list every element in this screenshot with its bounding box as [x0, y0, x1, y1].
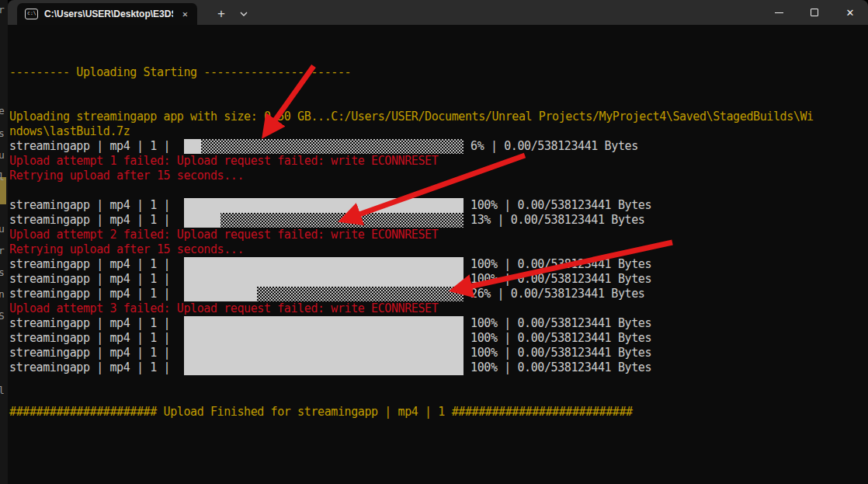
progress-stats: 13% | 0.00/538123441 Bytes — [470, 213, 644, 228]
progress-stats: 100% | 0.00/538123441 Bytes — [470, 257, 651, 272]
progress-label: streamingapp | mp4 | 1 | — [9, 346, 184, 360]
progress-label: streamingapp | mp4 | 1 | — [9, 287, 184, 301]
progress-row: streamingapp | mp4 | 1 | 6% | 0.00/53812… — [9, 139, 638, 154]
titlebar[interactable]: c:\ C:\Users\USER\Desktop\E3DS ✕ + ✕ — [8, 0, 868, 25]
log-line-header: --------- Uploading Starting -----------… — [9, 65, 351, 80]
maximize-icon — [811, 9, 818, 16]
progress-bar — [184, 257, 464, 272]
log-line-upload-info: Uploading streamingapp app with size: 0.… — [9, 110, 814, 124]
progress-bar — [184, 213, 464, 228]
progress-bar — [184, 331, 464, 346]
background-window-sliver: resulursnSl — [0, 0, 8, 484]
progress-row: streamingapp | mp4 | 1 | 100% | 0.00/538… — [9, 360, 651, 375]
background-text-fragment: r — [0, 5, 5, 15]
progress-bar — [184, 316, 464, 331]
log-line-fail-1: Upload attempt 1 failed: Upload request … — [9, 154, 438, 169]
progress-stats: 100% | 0.00/538123441 Bytes — [470, 272, 651, 287]
progress-stats: 26% | 0.00/538123441 Bytes — [470, 287, 644, 301]
background-text-fragment: u — [0, 224, 5, 234]
progress-row: streamingapp | mp4 | 1 | 100% | 0.00/538… — [9, 331, 651, 346]
background-text-fragment: S — [0, 311, 5, 321]
log-line-fail-2: Upload attempt 2 failed: Upload request … — [9, 228, 438, 242]
progress-label: streamingapp | mp4 | 1 | — [9, 213, 184, 228]
progress-stats: 100% | 0.00/538123441 Bytes — [470, 346, 651, 360]
close-button[interactable]: ✕ — [832, 0, 868, 25]
terminal-window: c:\ C:\Users\USER\Desktop\E3DS ✕ + ✕ ---… — [8, 0, 868, 484]
progress-label: streamingapp | mp4 | 1 | — [9, 316, 184, 331]
tab-dropdown-button[interactable] — [235, 5, 252, 23]
maximize-button[interactable] — [797, 0, 832, 25]
background-text-fragment: s — [0, 267, 5, 277]
chevron-down-icon — [240, 12, 248, 16]
progress-bar — [184, 139, 464, 154]
minimize-icon — [775, 12, 783, 13]
progress-stats: 100% | 0.00/538123441 Bytes — [470, 198, 651, 213]
progress-stats: 100% | 0.00/538123441 Bytes — [470, 316, 651, 331]
progress-bar — [184, 360, 464, 375]
background-text-fragment: n — [0, 289, 5, 299]
progress-label: streamingapp | mp4 | 1 | — [9, 139, 184, 154]
log-line-retry-2: Retrying upload after 15 seconds... — [9, 242, 244, 257]
screen: resulursnSl c:\ C:\Users\USER\Desktop\E3… — [0, 0, 868, 484]
progress-stats: 100% | 0.00/538123441 Bytes — [470, 331, 651, 346]
background-text-fragment: s — [0, 128, 5, 138]
command-prompt-icon: c:\ — [25, 9, 38, 19]
background-text-fragment: e — [0, 106, 5, 116]
progress-bar — [184, 346, 464, 360]
background-text-fragment: l — [0, 172, 5, 182]
progress-row: streamingapp | mp4 | 1 | 100% | 0.00/538… — [9, 272, 651, 287]
terminal-content[interactable]: --------- Uploading Starting -----------… — [8, 25, 868, 484]
progress-row: streamingapp | mp4 | 1 | 100% | 0.00/538… — [9, 316, 651, 331]
new-tab-button[interactable]: + — [212, 5, 231, 23]
progress-stats: 6% | 0.00/538123441 Bytes — [470, 139, 638, 154]
close-icon: ✕ — [846, 8, 855, 18]
window-controls: ✕ — [761, 0, 868, 25]
progress-stats: 100% | 0.00/538123441 Bytes — [470, 360, 651, 375]
log-line-upload-info-wrap: ndows\lastBuild.7z — [9, 124, 130, 139]
log-line-finished: ###################### Upload Finished f… — [9, 405, 633, 420]
minimize-button[interactable] — [761, 0, 797, 25]
progress-bar — [184, 198, 464, 213]
progress-bar — [184, 287, 464, 301]
progress-label: streamingapp | mp4 | 1 | — [9, 272, 184, 287]
progress-label: streamingapp | mp4 | 1 | — [9, 257, 184, 272]
log-line-fail-3: Upload attempt 3 failed: Upload request … — [9, 301, 438, 316]
progress-bar — [184, 272, 464, 287]
progress-label: streamingapp | mp4 | 1 | — [9, 198, 184, 213]
tab-active[interactable]: c:\ C:\Users\USER\Desktop\E3DS ✕ — [17, 3, 197, 25]
tab-close-icon[interactable]: ✕ — [179, 8, 191, 20]
progress-row: streamingapp | mp4 | 1 | 26% | 0.00/5381… — [9, 287, 644, 301]
progress-row: streamingapp | mp4 | 1 | 100% | 0.00/538… — [9, 346, 651, 360]
log-line-retry-1: Retrying upload after 15 seconds... — [9, 169, 244, 183]
background-text-fragment: u — [0, 150, 5, 160]
progress-row: streamingapp | mp4 | 1 | 100% | 0.00/538… — [9, 198, 651, 213]
tab-title: C:\Users\USER\Desktop\E3DS — [44, 9, 173, 19]
background-text-fragment: l — [0, 385, 5, 395]
progress-row: streamingapp | mp4 | 1 | 13% | 0.00/5381… — [9, 213, 644, 228]
progress-label: streamingapp | mp4 | 1 | — [9, 360, 184, 375]
progress-row: streamingapp | mp4 | 1 | 100% | 0.00/538… — [9, 257, 651, 272]
progress-label: streamingapp | mp4 | 1 | — [9, 331, 184, 346]
background-text-fragment: r — [0, 245, 5, 256]
